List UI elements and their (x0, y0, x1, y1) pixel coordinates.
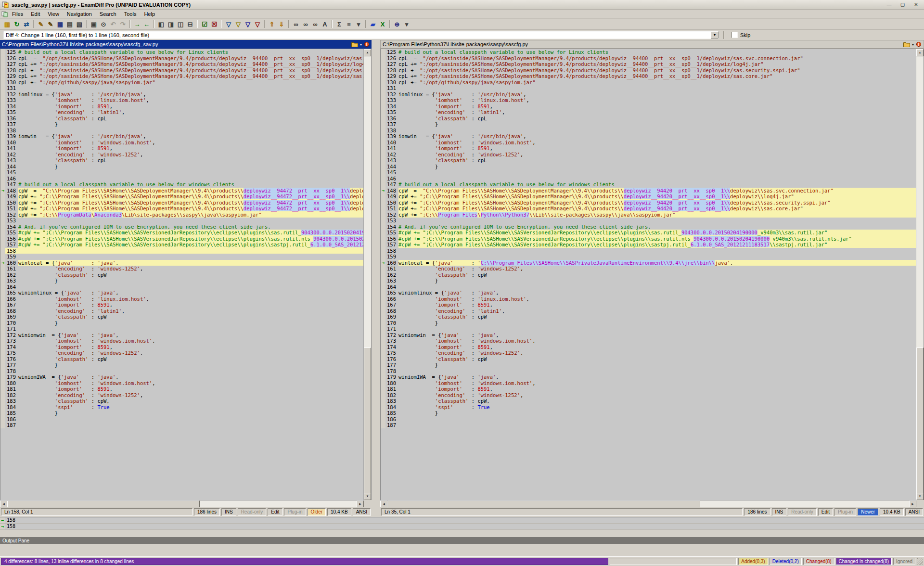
print-icon[interactable]: ▤ (65, 20, 75, 29)
code-text: cpW += ";C:\\Program Files\Python\\Pytho… (398, 212, 916, 218)
show-both-panes-icon[interactable]: ◫ (176, 20, 185, 29)
show-identical-lines-icon[interactable]: ☑ (200, 20, 209, 29)
first-vertical-scrollbar[interactable]: ▲ ▼ (363, 49, 371, 500)
filter-changed-icon[interactable]: ▽ (253, 20, 262, 29)
diff-selector-dropdown-icon[interactable]: ▾ (711, 31, 719, 39)
next-diff-icon[interactable]: → (132, 20, 142, 29)
code-text: 'iomport' : 8591, (398, 302, 916, 308)
edit-file-icon[interactable] (364, 41, 370, 47)
menu-view[interactable]: View (44, 10, 63, 18)
scroll-up-icon[interactable]: ▲ (364, 49, 371, 56)
plugins-icon[interactable]: ▰ (368, 20, 378, 29)
code-text: 'sspi' : True (398, 404, 916, 411)
options-icon[interactable]: ⊕ (392, 20, 402, 29)
code-text: 'classpath' : cpL (18, 116, 363, 122)
find-next-icon[interactable]: ∞ (301, 20, 310, 29)
show-second-only-icon[interactable]: ◨ (166, 20, 176, 29)
line-number: 158 (385, 248, 398, 254)
gutter-margin (0, 73, 5, 79)
scroll-down-icon[interactable]: ▼ (364, 493, 371, 500)
show-first-only-icon[interactable]: ◧ (156, 20, 166, 29)
second-vertical-scrollbar[interactable]: ▲ ▼ (916, 49, 924, 500)
edit-second-file-icon[interactable]: ✎ (46, 20, 55, 29)
menu-navigation[interactable]: Navigation (63, 10, 96, 18)
undo-icon[interactable]: ↶ (108, 20, 118, 29)
browse-file-icon[interactable] (351, 42, 358, 47)
prev-diff-icon[interactable]: → (142, 20, 152, 29)
scroll-right-icon[interactable]: ▶ (909, 501, 916, 507)
resize-grip[interactable] (917, 558, 923, 565)
horizontal-layout-icon[interactable]: ⊟ (185, 20, 195, 29)
gutter-margin (0, 128, 5, 134)
second-file-code-view[interactable]: 125# build out a local classpath variabl… (380, 49, 924, 500)
swap-files-icon[interactable]: ⇄ (22, 20, 31, 29)
find-prev-icon[interactable]: ∞ (310, 20, 320, 29)
line-number: 133 (5, 97, 18, 103)
edit-first-file-icon[interactable]: ✎ (36, 20, 46, 29)
browse-file-icon[interactable] (903, 42, 910, 47)
export-report-icon[interactable]: X (378, 20, 387, 29)
file-menu-dropdown-icon[interactable]: ▾ (360, 42, 362, 47)
line-number: 187 (5, 422, 18, 428)
open-icon[interactable]: ▥ (2, 20, 12, 29)
scroll-right-icon[interactable]: ▶ (357, 501, 364, 507)
scroll-up-icon[interactable]: ▲ (916, 49, 924, 56)
search-icon[interactable]: ⊙ (99, 20, 108, 29)
diff-selector[interactable]: Diff 4: Change 1 line (160, first file) … (3, 31, 719, 39)
second-horizontal-scrollbar[interactable]: ◀ ▶ (380, 500, 916, 507)
layout-dropdown-icon[interactable]: ▾ (354, 20, 363, 29)
menu-files[interactable]: Files (8, 10, 27, 18)
first-horizontal-scrollbar[interactable]: ◀ ▶ (0, 500, 364, 507)
scroll-down-icon[interactable]: ▼ (916, 493, 924, 500)
match-options-icon[interactable]: A (320, 20, 330, 29)
first-file-code-view[interactable]: 125# build out a local classpath variabl… (0, 49, 372, 500)
skip-checkbox[interactable] (732, 32, 738, 38)
code-line: 187 (0, 422, 363, 428)
line-number: 160 (5, 260, 18, 266)
menu-edit[interactable]: Edit (27, 10, 44, 18)
print-preview-icon[interactable]: ▧ (75, 20, 84, 29)
find-icon[interactable]: ∞ (291, 20, 301, 29)
scroll-left-icon[interactable]: ◀ (380, 501, 387, 507)
diff-marker-icon: → (0, 524, 5, 529)
code-line: 180 'iomhost' : 'windows.iom.host', (0, 380, 363, 386)
maximize-button[interactable]: ▢ (897, 1, 909, 9)
pane-splitter[interactable] (372, 40, 380, 517)
gutter-margin (0, 218, 5, 224)
edit-file-icon[interactable] (916, 41, 922, 47)
save-icon[interactable]: ▦ (55, 20, 65, 29)
minimize-button[interactable]: — (883, 1, 895, 9)
show-differences-icon[interactable]: ☒ (209, 20, 219, 29)
close-button[interactable]: ✕ (910, 1, 922, 9)
statistics-icon[interactable]: Σ (334, 20, 344, 29)
recompare-icon[interactable]: ↻ (12, 20, 22, 29)
horizontal-scroll-thumb[interactable] (387, 501, 700, 507)
code-line: 130cpL += ":/opt/github/saspy/java/saspy… (381, 79, 916, 86)
file-menu-dropdown-icon[interactable]: ▾ (912, 42, 914, 47)
horizontal-scroll-thumb[interactable] (7, 501, 200, 507)
layout-options-icon[interactable]: ≡ (344, 20, 354, 29)
code-line: 151cpW += ";C:\\Program Files\\SASHome\\… (381, 206, 916, 212)
menu-search[interactable]: Search (96, 10, 120, 18)
filter-icon[interactable]: ▽ (224, 20, 233, 29)
vertical-scroll-thumb[interactable] (916, 347, 924, 495)
code-text: 'classpath' : cpL (18, 157, 363, 164)
copy-icon[interactable]: ▣ (89, 20, 99, 29)
menu-help[interactable]: Help (140, 10, 159, 18)
filter-deleted-icon[interactable]: ▽ (243, 20, 253, 29)
filter-added-icon[interactable]: ▽ (233, 20, 243, 29)
menu-tools[interactable]: Tools (120, 10, 141, 18)
gutter-margin (0, 212, 5, 218)
gutter-margin (381, 73, 385, 79)
line-number: 163 (385, 278, 398, 284)
scroll-left-icon[interactable]: ◀ (0, 501, 7, 507)
options-dropdown-icon[interactable]: ▾ (402, 20, 411, 29)
next-change-icon[interactable]: ⇓ (277, 20, 286, 29)
vertical-scroll-thumb[interactable] (364, 347, 371, 495)
output-pane-header[interactable]: Output Pane (0, 537, 924, 544)
gutter-margin (0, 380, 5, 386)
prev-change-icon[interactable]: ⇑ (267, 20, 277, 29)
code-line: 164 (0, 284, 363, 290)
redo-icon[interactable]: ↷ (118, 20, 128, 29)
pane-gap (0, 530, 924, 537)
